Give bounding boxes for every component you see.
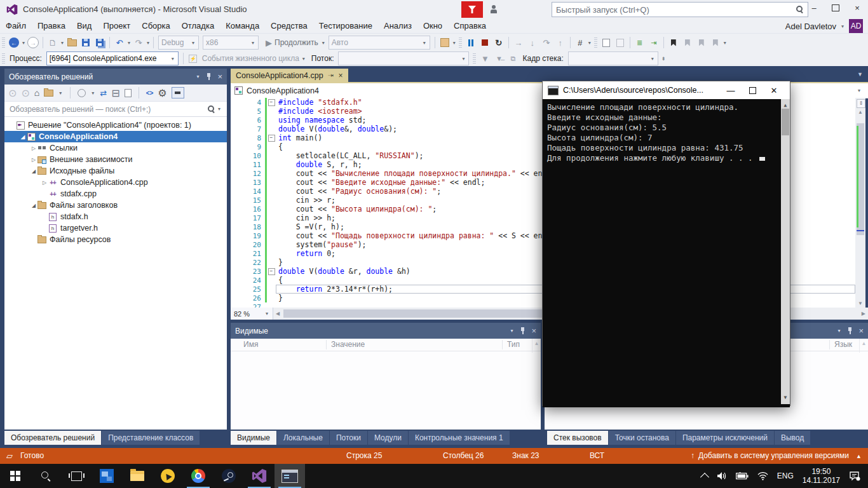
document-list-dropdown-icon[interactable]: ▼ xyxy=(857,69,868,82)
stop-debugging-button[interactable] xyxy=(478,36,491,50)
save-all-button[interactable] xyxy=(93,36,106,50)
show-next-statement-button[interactable]: → xyxy=(512,36,525,50)
visual-studio-icon[interactable] xyxy=(244,464,275,488)
console-window-icon[interactable] xyxy=(275,464,305,488)
chevron-up-icon[interactable]: ▲ xyxy=(856,453,862,459)
toolbar-grip[interactable] xyxy=(459,37,462,48)
menu-item[interactable]: Проект xyxy=(97,19,136,33)
toolbar-options-icon[interactable]: ⇟ xyxy=(661,56,666,62)
step-over-button[interactable]: ↷ xyxy=(540,36,553,50)
scroll-right-icon[interactable]: ▶ xyxy=(862,311,865,316)
scroll-down-icon[interactable]: ▼ xyxy=(781,393,790,403)
scroll-up-icon[interactable]: ▲ xyxy=(532,339,541,353)
pin-icon[interactable] xyxy=(520,327,526,334)
menu-item[interactable]: Средства xyxy=(265,19,313,33)
autos-header[interactable]: Видимые ▾ × xyxy=(231,323,541,339)
task-view-icon[interactable] xyxy=(61,464,92,488)
prev-bookmark-button[interactable] xyxy=(681,36,694,50)
solution-platforms-dropdown[interactable]: x86▾ xyxy=(203,36,259,50)
tray-overflow-icon[interactable] xyxy=(700,473,709,482)
menu-item[interactable]: Правка xyxy=(32,19,71,33)
navigate-forward-button[interactable]: → xyxy=(27,36,39,50)
save-button[interactable] xyxy=(79,36,92,50)
menu-item[interactable]: Окно xyxy=(417,19,448,33)
properties-icon[interactable]: ⚙ xyxy=(158,87,166,99)
action-center-icon[interactable] xyxy=(849,471,860,481)
toolbar-options-icon[interactable]: ▾ xyxy=(453,40,456,46)
restore-button[interactable] xyxy=(826,0,845,15)
pending-changes-filter-icon[interactable] xyxy=(78,89,86,97)
keyboard-language[interactable]: ENG xyxy=(777,471,794,480)
window-position-icon[interactable]: ▾ xyxy=(837,328,840,334)
menu-item[interactable]: Сборка xyxy=(136,19,176,33)
switch-views-icon[interactable] xyxy=(44,90,53,97)
maximize-button[interactable] xyxy=(742,81,763,99)
thread-dropdown[interactable]: ▾ xyxy=(338,51,469,65)
wifi-icon[interactable] xyxy=(757,472,768,480)
tree-item[interactable]: ◢Исходные файлы xyxy=(4,165,227,177)
minimize-button[interactable]: — xyxy=(720,81,742,99)
solution-configurations-dropdown[interactable]: Debug▾ xyxy=(158,36,199,50)
immediate-window-button[interactable] xyxy=(614,36,627,50)
tree-item[interactable]: ◢ConsoleApplication4 xyxy=(4,131,227,142)
lifecycle-events-icon[interactable]: ⚡ xyxy=(187,51,200,65)
fold-toggle-icon[interactable]: − xyxy=(267,268,276,275)
solution-explorer-search[interactable]: Обозреватель решений — поиск (Ctrl+;) ▾ xyxy=(4,102,227,117)
tree-item[interactable]: ▷Ссылки xyxy=(4,142,227,154)
back-icon[interactable]: ⊙ xyxy=(8,87,17,99)
scrollbar-thumb[interactable] xyxy=(857,123,864,235)
photos-app-icon[interactable] xyxy=(92,464,122,488)
pin-icon[interactable]: 📌︎ xyxy=(326,71,336,80)
toolbar-grip[interactable] xyxy=(594,37,597,48)
panel-tab[interactable]: Локальные xyxy=(277,431,329,445)
lifecycle-events-label[interactable]: События жизненного цикла xyxy=(202,54,299,63)
pin-icon[interactable] xyxy=(847,327,853,334)
tree-item[interactable]: ◢Файлы заголовков xyxy=(4,200,227,211)
send-feedback-icon[interactable] xyxy=(491,5,499,14)
bookmark-button[interactable] xyxy=(667,36,680,50)
window-position-icon[interactable]: ▾ xyxy=(510,328,513,334)
feedback-flag-button[interactable] xyxy=(461,1,483,18)
chrome-icon[interactable] xyxy=(183,464,214,488)
filter-flag-icon[interactable]: ▼ xyxy=(478,51,491,65)
tree-item[interactable]: ▷++ConsoleApplication4.cpp xyxy=(4,177,227,188)
navigate-back-button[interactable]: ← xyxy=(8,36,20,50)
outline-button[interactable]: ≣ xyxy=(634,36,646,50)
tree-item[interactable]: ▷Внешние зависимости xyxy=(4,154,227,165)
close-button[interactable]: × xyxy=(848,0,867,15)
debug-target-dropdown[interactable]: Авто▾ xyxy=(329,36,430,50)
expand-arrow-icon[interactable]: ▷ xyxy=(41,180,48,186)
undo-button[interactable]: ↶ xyxy=(113,36,126,50)
menu-item[interactable]: Команда xyxy=(220,19,265,33)
copy-icon[interactable] xyxy=(125,89,132,97)
menu-item[interactable]: Отладка xyxy=(176,19,220,33)
close-button[interactable]: ✕ xyxy=(763,81,785,99)
types-dropdown[interactable]: ConsoleApplication4 xyxy=(231,83,444,98)
step-out-button[interactable]: ↑ xyxy=(554,36,567,50)
console-output[interactable]: Вычисление площади поверхности цилиндра.… xyxy=(543,99,790,407)
document-tab[interactable]: ConsoleApplication4.cpp 📌︎ × xyxy=(231,69,348,82)
file-explorer-icon[interactable] xyxy=(122,464,153,488)
autos-content[interactable] xyxy=(231,351,541,430)
panel-tab[interactable]: Обозреватель решений xyxy=(4,431,101,445)
menu-item[interactable]: Тестирование xyxy=(313,19,378,33)
hex-display-button[interactable]: # xyxy=(574,36,587,50)
console-window[interactable]: C:\Users\Aderu\source\repos\Console... —… xyxy=(542,81,790,406)
menu-item[interactable]: Анализ xyxy=(378,19,417,33)
tree-item[interactable]: hstdafx.h xyxy=(4,211,227,222)
user-name[interactable]: Adel Davletov xyxy=(785,22,836,31)
close-icon[interactable]: × xyxy=(531,327,536,335)
toolbar-grip[interactable] xyxy=(473,53,476,64)
minimize-button[interactable]: – xyxy=(804,0,824,15)
panel-tab[interactable]: Контрольные значения 1 xyxy=(409,431,510,445)
scroll-down-icon[interactable]: ▼ xyxy=(855,301,865,306)
collapse-all-icon[interactable]: ⊟ xyxy=(111,87,119,99)
restart-button[interactable]: ↻ xyxy=(492,36,505,50)
continue-button[interactable]: ▶ Продолжить ▾ xyxy=(266,36,326,50)
expand-arrow-icon[interactable]: ▷ xyxy=(30,157,37,163)
aimp-icon[interactable] xyxy=(153,464,183,488)
menu-item[interactable]: Файл xyxy=(0,19,32,33)
close-icon[interactable]: × xyxy=(217,72,222,81)
start-icon[interactable] xyxy=(0,464,31,488)
solution-explorer-header[interactable]: Обозреватель решений ▾ × xyxy=(4,69,227,85)
